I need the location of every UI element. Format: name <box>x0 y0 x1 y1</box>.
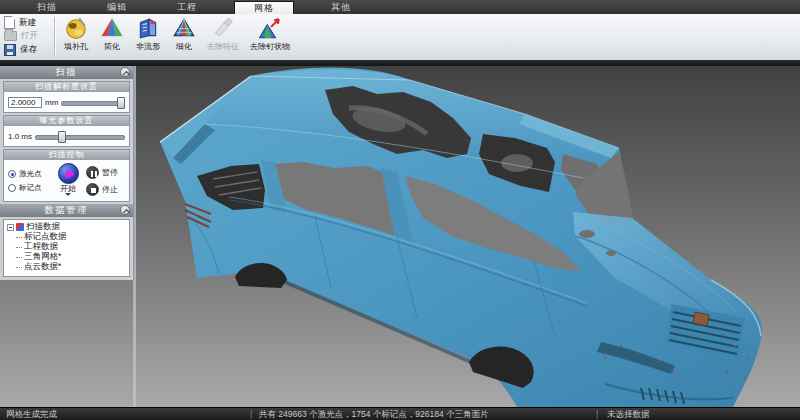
radio-marker-label: 标记点 <box>19 183 42 193</box>
tree-branch-line <box>16 247 22 248</box>
exposure-group-title: 曝光参数设置 <box>4 116 129 126</box>
resolution-slider[interactable] <box>61 97 125 107</box>
status-divider: | <box>596 409 598 420</box>
simplify-icon <box>100 16 124 40</box>
scan-panel: 扫描 扫描解析度设置 mm 曝光参数设置 1.0 ms <box>0 66 134 280</box>
tab-mesh[interactable]: 网格 <box>234 1 294 14</box>
scan-control-group: 扫描控制 激光点 标记点 开始 <box>3 149 130 202</box>
file-button-group: 新建 打开 保存 <box>0 14 52 56</box>
non-manifold-icon <box>136 16 160 40</box>
brand-emblem <box>693 312 709 326</box>
simplify-label: 简化 <box>104 41 120 52</box>
remove-features-icon <box>211 16 235 40</box>
slider-handle[interactable] <box>58 131 66 143</box>
viewport-3d[interactable] <box>135 66 800 407</box>
stop-label: 停止 <box>102 184 118 195</box>
scan-control-title: 扫描控制 <box>4 150 129 160</box>
open-folder-icon <box>4 31 17 41</box>
exposure-slider[interactable] <box>35 131 125 141</box>
tree-branch-line <box>16 257 22 258</box>
hood-scan-gap-2 <box>606 250 616 256</box>
data-mgmt-header: 数据管理 <box>0 204 133 217</box>
tab-edit[interactable]: 编辑 <box>94 0 140 14</box>
refine-label: 细化 <box>176 41 192 52</box>
scan-panel-header: 扫描 <box>0 66 133 79</box>
data-tree: 扫描数据 标记点数据 工程数据 三角网格* 点云数据* <box>3 219 130 277</box>
hood-scan-gap-1 <box>579 230 595 238</box>
stop-icon <box>91 188 96 193</box>
open-button[interactable]: 打开 <box>4 30 52 43</box>
fill-holes-button[interactable]: 填补孔 <box>58 16 94 60</box>
resolution-input[interactable] <box>8 97 42 108</box>
radio-dot <box>8 170 16 178</box>
ribbon-toolbar: 新建 打开 保存 填补孔 <box>0 14 800 61</box>
remove-spikes-label: 去除钉状物 <box>250 41 290 52</box>
slider-track <box>61 101 125 106</box>
non-manifold-label: 非流形 <box>136 41 160 52</box>
tree-branch-line <box>16 237 22 238</box>
new-button[interactable]: 新建 <box>4 16 52 29</box>
status-bar: 网格生成完成 | 共有 249663 个激光点，1754 个标记点，926184… <box>0 407 800 420</box>
start-label: 开始 <box>60 184 76 193</box>
mesh-tool-group: 填补孔 简化 非流形 <box>58 14 296 60</box>
exposure-group: 曝光参数设置 1.0 ms <box>3 115 130 147</box>
slider-track <box>35 135 125 140</box>
status-message: 网格生成完成 <box>6 409 57 420</box>
work-area: 扫描 扫描解析度设置 mm 曝光参数设置 1.0 ms <box>0 66 800 407</box>
save-icon <box>4 44 16 56</box>
new-label: 新建 <box>19 17 36 29</box>
pause-icon <box>91 171 97 177</box>
new-document-icon <box>4 16 15 29</box>
radio-laser-point[interactable]: 激光点 <box>8 169 50 179</box>
scan-data-icon <box>16 223 24 231</box>
radio-marker-point[interactable]: 标记点 <box>8 183 50 193</box>
tab-project[interactable]: 工程 <box>164 0 210 14</box>
fill-holes-icon <box>64 16 88 40</box>
save-label: 保存 <box>20 44 37 56</box>
tree-expander-icon[interactable] <box>7 224 14 231</box>
pause-label: 暂停 <box>102 167 118 178</box>
resolution-group-title: 扫描解析度设置 <box>4 82 129 92</box>
scan-panel-title: 扫描 <box>56 67 78 77</box>
refine-icon <box>172 16 196 40</box>
exposure-value: 1.0 ms <box>8 132 32 141</box>
tree-item-point-cloud[interactable]: 点云数据* <box>7 262 129 272</box>
tab-scan[interactable]: 扫描 <box>24 0 70 14</box>
resolution-unit: mm <box>45 98 58 107</box>
fill-holes-label: 填补孔 <box>64 41 88 52</box>
slider-handle[interactable] <box>117 97 125 109</box>
status-divider: | <box>250 409 252 420</box>
remove-spikes-icon <box>258 16 282 40</box>
menu-tab-bar: 扫描 编辑 工程 网格 其他 <box>0 0 800 14</box>
scan-statistics: 共有 249663 个激光点，1754 个标记点，926184 个三角面片 <box>259 409 489 420</box>
remove-features-button[interactable]: 去除特征 <box>202 16 244 60</box>
start-scan-button[interactable] <box>58 163 79 184</box>
tree-item-label: 点云数据* <box>24 261 61 273</box>
chevron-up-icon[interactable] <box>120 205 130 215</box>
caret-down-icon[interactable] <box>65 193 71 196</box>
car-scan-mesh <box>160 67 762 407</box>
stop-scan-button[interactable] <box>86 183 99 196</box>
chevron-up-icon[interactable] <box>120 67 130 77</box>
selection-status: 未选择数据 <box>607 409 650 420</box>
radio-dot <box>8 184 16 192</box>
simplify-button[interactable]: 简化 <box>94 16 130 60</box>
pause-scan-button[interactable] <box>86 166 99 179</box>
scan-mode-radios: 激光点 标记点 <box>8 163 50 199</box>
ribbon-separator <box>54 17 55 57</box>
remove-features-label: 去除特征 <box>207 41 239 52</box>
tab-other[interactable]: 其他 <box>318 0 364 14</box>
data-mgmt-title: 数据管理 <box>45 205 89 215</box>
refine-button[interactable]: 细化 <box>166 16 202 60</box>
open-label: 打开 <box>21 30 38 42</box>
app-window: 扫描 编辑 工程 网格 其他 新建 打开 保存 <box>0 0 800 420</box>
remove-spikes-button[interactable]: 去除钉状物 <box>244 16 296 60</box>
radio-laser-label: 激光点 <box>19 169 42 179</box>
resolution-group: 扫描解析度设置 mm <box>3 81 130 113</box>
save-button[interactable]: 保存 <box>4 43 52 56</box>
non-manifold-button[interactable]: 非流形 <box>130 16 166 60</box>
tree-branch-line <box>16 267 22 268</box>
